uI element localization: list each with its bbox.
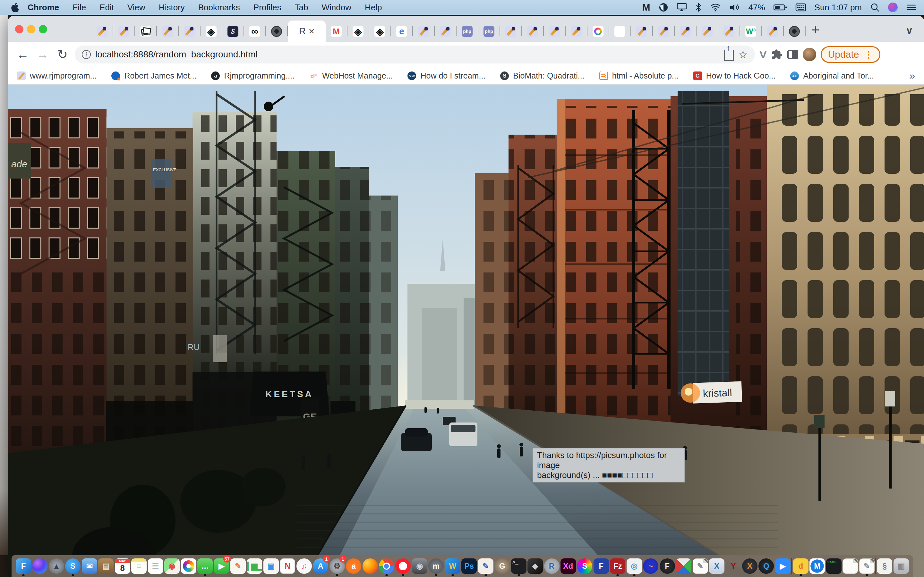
tab-r-diamond[interactable]: ◈ bbox=[369, 21, 391, 42]
keyboard-input-icon[interactable] bbox=[795, 3, 806, 12]
tab-r-php[interactable]: php bbox=[457, 21, 478, 42]
bookmark-6[interactable]: SBioMath: Quadrati... bbox=[500, 71, 584, 81]
tab-r-rjm[interactable] bbox=[413, 21, 434, 42]
tab-diamond[interactable]: ◈ bbox=[200, 21, 222, 42]
dock-trash[interactable]: ▥ bbox=[893, 556, 909, 576]
dock-system-preferences[interactable]: ⚙1 bbox=[329, 556, 345, 576]
dock-pages[interactable]: ✎ bbox=[230, 556, 246, 576]
back-button[interactable]: ← bbox=[15, 48, 31, 61]
dock-libreoffice[interactable] bbox=[842, 556, 858, 576]
tab-r-rjm[interactable] bbox=[675, 21, 696, 42]
dock-xcode[interactable]: X bbox=[709, 556, 725, 576]
spotlight-icon[interactable] bbox=[870, 3, 880, 12]
dock-gimp[interactable]: G bbox=[494, 556, 510, 576]
dock-cube-app[interactable] bbox=[676, 556, 692, 576]
profile-avatar[interactable] bbox=[803, 48, 816, 61]
airplay-icon[interactable] bbox=[677, 3, 687, 12]
bookmark-7[interactable]: html - Absolute p... bbox=[599, 71, 678, 81]
bookmark-star-icon[interactable]: ☆ bbox=[738, 48, 748, 61]
menu-item-tab[interactable]: Tab bbox=[288, 3, 315, 13]
tab-abc[interactable]: ∞ bbox=[244, 21, 265, 42]
bookmark-9[interactable]: ACAboriginal and Tor... bbox=[790, 71, 874, 81]
adguard-icon[interactable] bbox=[659, 3, 668, 12]
wifi-icon[interactable] bbox=[710, 3, 721, 12]
tab-r-php[interactable]: php bbox=[478, 21, 499, 42]
tab-r-chromed[interactable] bbox=[784, 21, 805, 42]
dock-fork-f[interactable]: F bbox=[659, 556, 675, 576]
tab-r-gmail[interactable]: M bbox=[326, 21, 347, 42]
dock-music[interactable]: ♫ bbox=[296, 556, 312, 576]
bookmark-2[interactable]: Robert James Met... bbox=[111, 71, 196, 81]
bookmark-3[interactable]: aRjmprogramming.... bbox=[211, 71, 294, 81]
tab-chromed[interactable] bbox=[266, 21, 287, 42]
dock-r[interactable]: R bbox=[544, 556, 560, 576]
menu-clock[interactable]: Sun 1:07 pm bbox=[814, 3, 862, 13]
dock-photoshop[interactable]: Ps bbox=[461, 556, 477, 576]
reload-button[interactable]: ↻ bbox=[55, 47, 70, 61]
tab-r-rjm[interactable] bbox=[435, 21, 456, 42]
dock-xquartz[interactable]: X bbox=[742, 556, 758, 576]
apple-menu-icon[interactable] bbox=[11, 3, 19, 12]
tab-r-w3[interactable]: W³ bbox=[740, 21, 761, 42]
tab-r-rjm[interactable] bbox=[762, 21, 783, 42]
forward-button[interactable]: → bbox=[35, 48, 50, 61]
dock-facetime[interactable]: ▶57 bbox=[213, 556, 229, 576]
tab-r-diamond[interactable]: ◈ bbox=[347, 21, 368, 42]
tab-r-eblue[interactable]: e bbox=[391, 21, 412, 42]
mimestream-icon[interactable]: M bbox=[642, 2, 650, 13]
dock-image-viewer[interactable]: ◎ bbox=[626, 556, 642, 576]
dock-calendar[interactable]: 8 bbox=[115, 556, 131, 576]
dock-paintbrush[interactable]: ✎ bbox=[478, 556, 494, 576]
dock-wine[interactable]: Y bbox=[725, 556, 741, 576]
control-center-icon[interactable] bbox=[906, 3, 916, 12]
tab-rjm[interactable] bbox=[91, 21, 113, 42]
dock-audacity[interactable]: ~ bbox=[643, 556, 659, 576]
tab-snavy[interactable]: S bbox=[222, 21, 244, 42]
tab-r-rjm[interactable] bbox=[565, 21, 587, 42]
dock-terminal[interactable]: >_ bbox=[511, 556, 527, 576]
dock-sketch-gem[interactable]: S bbox=[577, 556, 593, 576]
dock-text-editor[interactable]: ✎ bbox=[692, 556, 708, 576]
tab-close-icon[interactable]: × bbox=[309, 25, 315, 37]
dock-inkscape[interactable]: ◆ bbox=[527, 556, 543, 576]
dock-reminders[interactable]: ☰ bbox=[148, 556, 164, 576]
bookmark-5[interactable]: VWHow do I stream... bbox=[407, 71, 485, 81]
dock-finder[interactable]: F bbox=[15, 556, 31, 576]
dock-numbers[interactable]: ▌▆▁ bbox=[246, 556, 262, 576]
tab-rjm[interactable] bbox=[157, 21, 178, 42]
tab-r-rjm[interactable] bbox=[696, 21, 718, 42]
tab-rjm[interactable] bbox=[179, 21, 200, 42]
active-tab[interactable]: R× bbox=[288, 21, 326, 42]
dock-contacts[interactable]: ▤ bbox=[98, 556, 114, 576]
tab-r-blank[interactable] bbox=[609, 21, 630, 42]
dock-exec-terminal[interactable]: exec bbox=[826, 556, 842, 576]
update-button[interactable]: Update ⋮ bbox=[821, 46, 881, 63]
tab-photos[interactable] bbox=[135, 21, 156, 42]
zoom-window-button[interactable] bbox=[39, 25, 47, 33]
dock-maps[interactable]: ◉ bbox=[164, 556, 180, 576]
tab-r-rjm[interactable] bbox=[522, 21, 543, 42]
dock-opera[interactable] bbox=[395, 556, 411, 576]
volume-icon[interactable] bbox=[729, 3, 740, 12]
dock-news[interactable]: N bbox=[279, 556, 296, 576]
tab-r-dots[interactable] bbox=[588, 21, 609, 42]
dock-cyberduck[interactable]: d bbox=[793, 556, 809, 576]
browser-menu-kebab-icon[interactable]: ⋮ bbox=[864, 49, 873, 60]
dock-adobe-xd[interactable]: Xd bbox=[560, 556, 576, 576]
dock-chrome[interactable] bbox=[379, 556, 395, 576]
url-text[interactable]: localhost:8888/random_background.html bbox=[95, 49, 720, 60]
bookmark-8[interactable]: GHow to Hack Goo... bbox=[693, 71, 776, 81]
close-window-button[interactable] bbox=[15, 25, 23, 33]
tab-r-rjm[interactable] bbox=[500, 21, 521, 42]
menu-item-profiles[interactable]: Profiles bbox=[247, 3, 288, 13]
dock-photos[interactable] bbox=[181, 556, 197, 576]
dock-photo-booth[interactable]: ◉ bbox=[412, 556, 428, 576]
dock-messages[interactable]: … bbox=[197, 556, 213, 576]
dock-safari[interactable]: S bbox=[65, 556, 81, 576]
minimize-window-button[interactable] bbox=[27, 25, 35, 33]
bookmark-1[interactable]: www.rjmprogram... bbox=[17, 71, 97, 81]
menu-item-chrome[interactable]: Chrome bbox=[19, 3, 66, 13]
dock-zoom[interactable]: ▶ bbox=[775, 556, 791, 576]
menu-item-view[interactable]: View bbox=[121, 3, 152, 13]
menu-item-edit[interactable]: Edit bbox=[93, 3, 121, 13]
